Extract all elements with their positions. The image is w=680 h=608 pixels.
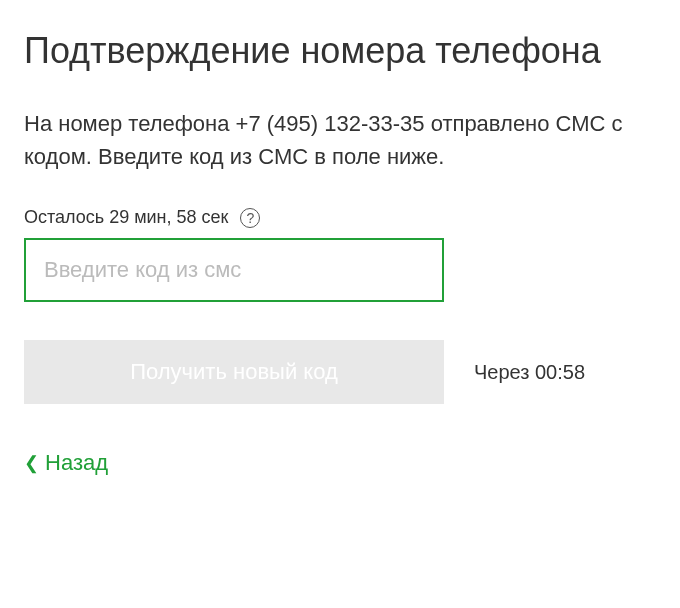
new-code-countdown: Через 00:58 xyxy=(474,361,585,384)
page-title: Подтверждение номера телефона xyxy=(24,28,656,73)
back-link[interactable]: ❮ Назад xyxy=(24,450,108,476)
new-code-row: Получить новый код Через 00:58 xyxy=(24,340,656,404)
instruction-text: На номер телефона +7 (495) 132-33-35 отп… xyxy=(24,107,656,173)
back-link-label: Назад xyxy=(45,450,108,476)
help-icon[interactable]: ? xyxy=(240,208,260,228)
timer-row: Осталось 29 мин, 58 сек ? xyxy=(24,207,656,228)
get-new-code-button[interactable]: Получить новый код xyxy=(24,340,444,404)
chevron-left-icon: ❮ xyxy=(24,454,39,472)
timer-remaining: Осталось 29 мин, 58 сек xyxy=(24,207,228,228)
sms-code-input[interactable] xyxy=(24,238,444,302)
